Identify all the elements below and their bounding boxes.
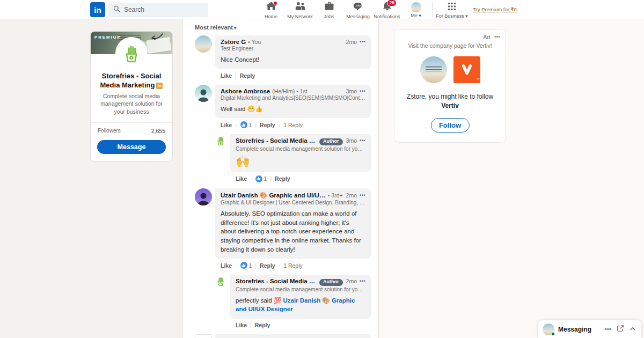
commenter-meta: • You <box>248 39 261 45</box>
commenter-meta: (He/Him) • 1st <box>272 88 308 94</box>
linkedin-logo[interactable]: in <box>90 2 105 17</box>
chevron-up-icon[interactable] <box>630 325 636 334</box>
comment-bubble: Storefries - Social Media Marketing Auth… <box>230 134 371 172</box>
commenter-name[interactable]: Uzair Danish 🎨 Graphic and UI/UX Designe… <box>221 192 326 199</box>
comment-time: 2mo <box>346 278 357 284</box>
reply-count[interactable]: 1 Reply <box>283 122 303 128</box>
reply-button[interactable]: Reply <box>255 322 270 328</box>
linkedin-page-icon: in <box>156 83 163 89</box>
comment-item: Zstore G • You 2mo••• Test Engineer Nice… <box>195 35 371 84</box>
actions-separator: · <box>279 262 281 269</box>
reply-button[interactable]: Reply <box>260 122 275 128</box>
reply-button[interactable]: Reply <box>260 262 275 269</box>
nav-me[interactable]: Me ▾ <box>401 0 430 19</box>
commenter-headline: Graphic & UI Designer | User-Centered De… <box>221 200 365 205</box>
vertiv-v-icon <box>458 61 475 78</box>
comments-column: Most relevant▾ Zstore G • You 2mo••• Tes… <box>182 19 379 338</box>
like-button[interactable]: Like <box>236 322 247 328</box>
actions-separator: | <box>255 262 257 269</box>
ad-label: Ad <box>483 34 490 40</box>
like-button[interactable]: Like <box>221 262 232 269</box>
actions-separator: · <box>235 262 237 269</box>
online-presence-dot <box>551 332 555 336</box>
vertiv-logo[interactable]: ™ <box>453 56 480 83</box>
commenter-avatar[interactable] <box>195 85 212 102</box>
comment-menu-icon[interactable]: ••• <box>360 89 365 94</box>
comment-menu-icon[interactable]: ••• <box>360 278 365 284</box>
like-button[interactable]: Like <box>221 72 232 79</box>
banner-premium-label: PREMIUM <box>94 35 122 40</box>
company-name[interactable]: Storefries - Social Media Marketingin <box>91 72 172 90</box>
nav-jobs[interactable]: Jobs <box>314 0 343 19</box>
comment-bubble: Zstore G • You 2mo••• Test Engineer Nice… <box>215 35 371 69</box>
reply-button[interactable]: Reply <box>240 72 255 79</box>
sort-dropdown[interactable]: Most relevant▾ <box>195 24 371 31</box>
compose-icon[interactable] <box>617 325 624 334</box>
followers-count: 2,655 <box>151 128 165 134</box>
ad-entity-name[interactable]: Vertiv <box>441 102 459 109</box>
trademark-symbol: ™ <box>477 78 480 81</box>
my-network-icon <box>295 1 305 13</box>
company-logo[interactable] <box>115 37 148 69</box>
reply-button[interactable]: Reply <box>275 175 290 182</box>
fries-icon <box>214 275 227 288</box>
briefcase-icon <box>324 1 334 13</box>
commenter-headline: Digital Marketing and Analytics|SEO|SEM|… <box>221 95 365 101</box>
commenter-avatar[interactable]: 00 <box>195 334 212 338</box>
search-icon <box>113 5 120 14</box>
message-button[interactable]: Message <box>97 140 166 154</box>
company-avatar[interactable] <box>214 134 227 147</box>
reaction-count[interactable]: 1 <box>240 262 252 269</box>
nav-messaging-label: Messaging <box>346 14 370 19</box>
nav-my-network[interactable]: My Network <box>286 0 314 19</box>
reply-item: Storefries - Social Media Marketing Auth… <box>214 134 371 187</box>
comment-time: 3mo <box>346 137 357 144</box>
home-notification-dot <box>273 1 277 5</box>
fries-icon <box>119 41 144 65</box>
commenter-avatar[interactable] <box>195 35 212 53</box>
ad-headline: Visit the company page for Vertiv! <box>400 42 500 49</box>
me-avatar <box>411 2 421 12</box>
messaging-menu-icon[interactable]: ••• <box>605 326 611 332</box>
commenter-avatar[interactable] <box>195 188 212 205</box>
nav-notifications[interactable]: 25 Notifications <box>372 0 401 19</box>
reaction-count[interactable]: 1 <box>240 121 252 128</box>
commenter-name[interactable]: Zstore G <box>221 39 246 45</box>
viewer-avatar[interactable] <box>420 56 447 83</box>
reply-item: Storefries - Social Media Marketing Auth… <box>214 275 371 333</box>
commenter-headline: Complete social media management solutio… <box>236 286 365 292</box>
try-premium-link[interactable]: Try Premium for ₹0 <box>470 0 520 19</box>
author-badge: Author <box>319 138 343 145</box>
fries-icon <box>214 134 227 147</box>
comment-menu-icon[interactable]: ••• <box>360 193 365 198</box>
nav-items: Home My Network Jobs Messaging 25 Notifi… <box>257 0 520 19</box>
comment-menu-icon[interactable]: ••• <box>360 138 365 143</box>
nav-for-business[interactable]: For Business ▾ <box>434 0 470 19</box>
nav-me-label: Me ▾ <box>411 13 421 18</box>
comment-text: Absolutely. SEO optimization can make a … <box>221 209 365 254</box>
comment-item: 00 Double Zero Communications 3mo••• 983… <box>195 334 371 338</box>
ad-cta-text: Zstore, you might like to follow Vertiv <box>400 92 500 111</box>
like-button[interactable]: Like <box>221 122 232 128</box>
commenter-meta: • 3rd+ <box>328 192 343 199</box>
search-input[interactable]: Search <box>108 3 208 17</box>
commenter-name[interactable]: Storefries - Social Media Marketing <box>236 278 317 284</box>
commenter-name[interactable]: Storefries - Social Media Marketing <box>236 137 317 144</box>
ad-menu-icon[interactable]: ••• <box>494 34 500 40</box>
comment-menu-icon[interactable]: ••• <box>360 39 365 45</box>
nav-for-business-label: For Business ▾ <box>436 13 468 19</box>
nav-home[interactable]: Home <box>257 0 286 19</box>
comment-bubble: Double Zero Communications 3mo••• 983 fo… <box>215 334 371 338</box>
actions-separator: | <box>270 175 272 182</box>
commenter-name[interactable]: Ashore Ambrose <box>221 88 270 94</box>
messaging-dock[interactable]: Messaging ••• <box>538 320 641 338</box>
company-avatar[interactable] <box>214 275 227 288</box>
like-button[interactable]: Like <box>236 175 247 182</box>
follow-button[interactable]: Follow <box>431 118 470 133</box>
nav-messaging[interactable]: Messaging <box>343 0 372 19</box>
top-navigation: in Search Home My Network Jobs Messaging… <box>0 0 644 19</box>
avatar-text-decoration <box>426 66 442 72</box>
nav-jobs-label: Jobs <box>324 14 334 19</box>
reply-count[interactable]: 1 Reply <box>283 262 303 269</box>
reaction-count[interactable]: 1 <box>255 175 267 182</box>
